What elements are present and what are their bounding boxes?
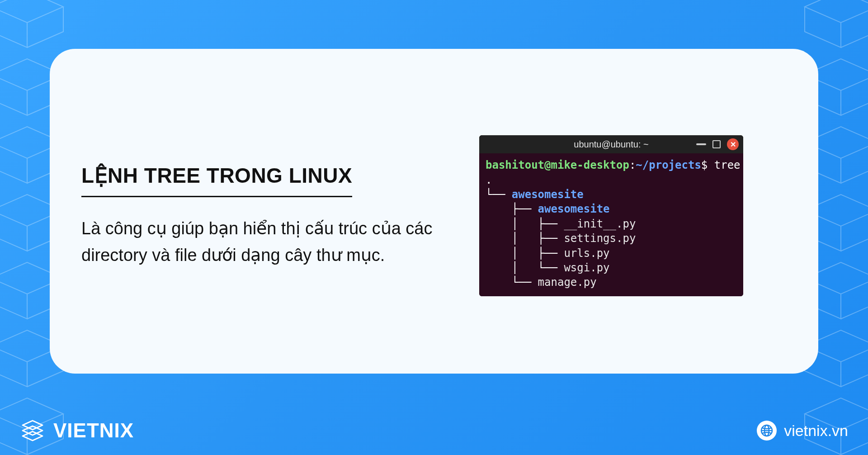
terminal-window-controls: ✕	[696, 138, 739, 150]
content-card: LỆNH TREE TRONG LINUX Là công cụ giúp bạ…	[50, 49, 818, 374]
terminal-screenshot: ubuntu@ubuntu: ~ ✕ bashitout@mike-deskto…	[479, 135, 743, 296]
brand-text: VIETNIX	[53, 419, 134, 442]
brand-stack-icon	[20, 418, 45, 443]
minimize-icon	[696, 143, 706, 145]
page-background: LỆNH TREE TRONG LINUX Là công cụ giúp bạ…	[0, 0, 868, 455]
terminal-titlebar: ubuntu@ubuntu: ~ ✕	[479, 135, 743, 153]
footer-bar: VIETNIX vietnix.vn	[0, 411, 868, 455]
site-link: vietnix.vn	[757, 421, 848, 441]
site-text: vietnix.vn	[784, 422, 848, 440]
terminal-body: bashitout@mike-desktop:~/projects$ tree …	[479, 153, 743, 296]
terminal-window: ubuntu@ubuntu: ~ ✕ bashitout@mike-deskto…	[479, 135, 743, 296]
card-description: Là công cụ giúp bạn hiển thị cấu trúc củ…	[81, 215, 452, 269]
close-icon: ✕	[727, 138, 739, 150]
globe-icon	[757, 421, 777, 441]
card-title: LỆNH TREE TRONG LINUX	[81, 163, 352, 197]
brand: VIETNIX	[20, 418, 134, 443]
text-block: LỆNH TREE TRONG LINUX Là công cụ giúp bạ…	[81, 163, 452, 269]
maximize-icon	[712, 140, 721, 148]
